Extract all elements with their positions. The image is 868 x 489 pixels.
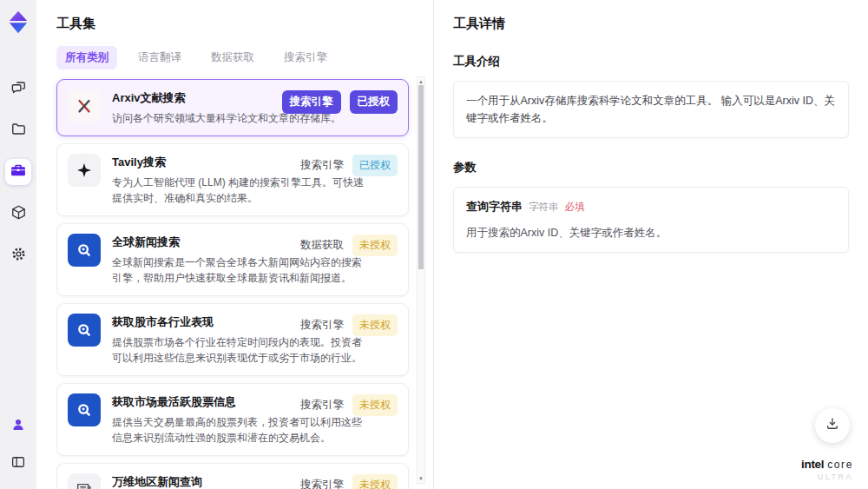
brand-ultra-text: ULTRA: [801, 472, 853, 481]
category-badge: 数据获取: [300, 238, 344, 253]
tab-3[interactable]: 搜索引擎: [275, 46, 336, 69]
brand-core-text: core: [827, 459, 853, 471]
download-button[interactable]: [815, 408, 850, 443]
tool-card[interactable]: Arxiv文献搜索 访问各个研究领域大量科学论文和文章的存储库。 搜索引擎 已授…: [56, 79, 409, 136]
tool-detail-pane: 工具详情 工具介绍 一个用于从Arxiv存储库搜索科学论文和文章的工具。 输入可…: [434, 0, 868, 489]
parameter-type: 字符串: [529, 199, 559, 215]
category-badge: 搜索引擎: [282, 90, 341, 114]
category-badge: 搜索引擎: [300, 318, 344, 333]
package-icon: [10, 204, 27, 224]
chat-icon: [10, 79, 27, 99]
nav-collapse[interactable]: [5, 451, 31, 477]
rail-bottom-items: [5, 413, 31, 477]
scroll-up-arrow[interactable]: ▲: [418, 78, 424, 85]
stock-sector-icon: [68, 314, 101, 347]
nav-user[interactable]: [5, 413, 31, 439]
regional-news-icon: [68, 473, 101, 489]
nav-chat[interactable]: [5, 76, 31, 102]
news-search-icon: [68, 234, 101, 267]
params-heading: 参数: [453, 160, 849, 175]
category-tabs: 所有类别语言翻译数据获取搜索引擎: [56, 46, 433, 69]
panel-toggle-icon: [10, 454, 26, 473]
tool-description: 专为人工智能代理 (LLM) 构建的搜索引擎工具。可快速提供实时、准确和真实的结…: [112, 175, 369, 206]
user-icon: [10, 417, 26, 436]
auth-status-badge: 未授权: [352, 394, 398, 416]
tool-card[interactable]: Tavily搜索 专为人工智能代理 (LLM) 构建的搜索引擎工具。可快速提供实…: [56, 143, 409, 216]
tool-list-pane: 工具集 所有类别语言翻译数据获取搜索引擎 Arxiv文献搜索 访问各个研究领域大…: [36, 0, 434, 489]
tool-card[interactable]: 获取市场最活跃股票信息 提供当天交易量最高的股票列表，投资者可以利用这些信息来识…: [56, 383, 409, 456]
rail-nav-items: [5, 76, 31, 268]
folder-icon: [10, 121, 27, 141]
intro-text: 一个用于从Arxiv存储库搜索科学论文和文章的工具。 输入可以是Arxiv ID…: [466, 95, 835, 124]
tool-card[interactable]: 获取股市各行业表现 提供股票市场各个行业在特定时间段内的表现。投资者可以利用这些…: [56, 303, 409, 376]
nav-files[interactable]: [5, 117, 31, 143]
tab-1[interactable]: 语言翻译: [129, 46, 190, 69]
nav-tools[interactable]: [5, 159, 31, 185]
active-stocks-icon: [68, 393, 101, 426]
auth-status-badge: 已授权: [352, 155, 398, 176]
tool-list: Arxiv文献搜索 访问各个研究领域大量科学论文和文章的存储库。 搜索引擎 已授…: [56, 79, 409, 489]
tavily-star-icon: [68, 154, 101, 187]
parameter-header: 查询字符串 字符串 必填: [466, 198, 836, 216]
intro-heading: 工具介绍: [453, 54, 849, 69]
auth-status-badge: 未授权: [352, 314, 398, 336]
tool-card[interactable]: 全球新闻搜索 全球新闻搜索是一个聚合全球各大新闻网站内容的搜索引擎，帮助用户快速…: [56, 223, 409, 296]
nav-models[interactable]: [5, 201, 31, 227]
detail-title: 工具详情: [453, 16, 849, 32]
download-icon: [825, 416, 840, 435]
category-badge: 搜索引擎: [300, 398, 344, 413]
arxiv-logo-icon: [68, 89, 101, 122]
app-logo-icon: [8, 10, 29, 37]
parameter-description: 用于搜索的Arxiv ID、关键字或作者姓名。: [466, 224, 836, 241]
parameter-required-badge: 必填: [565, 199, 585, 215]
nav-rail: [0, 0, 36, 489]
brand-intel-text: intel: [801, 458, 824, 471]
tool-description: 提供股票市场各个行业在特定时间段内的表现。投资者可以利用这些信息来识别表现优于或…: [112, 334, 369, 366]
toolbox-icon: [10, 162, 27, 182]
tool-card[interactable]: 万维地区新闻查询 查询具体行政区划内的新闻，快速了解各地新闻动态 搜索引擎 未授…: [56, 463, 409, 489]
settings-icon: [10, 246, 27, 266]
auth-status-badge: 未授权: [352, 474, 398, 489]
app-window: 工具集 所有类别语言翻译数据获取搜索引擎 Arxiv文献搜索 访问各个研究领域大…: [0, 0, 868, 489]
scrollbar-thumb[interactable]: [418, 85, 424, 269]
category-badge: 搜索引擎: [300, 158, 344, 173]
nav-settings[interactable]: [5, 242, 31, 268]
intro-box: 一个用于从Arxiv存储库搜索科学论文和文章的工具。 输入可以是Arxiv ID…: [453, 81, 849, 138]
parameter-box: 查询字符串 字符串 必填 用于搜索的Arxiv ID、关键字或作者姓名。: [453, 187, 849, 253]
category-badge: 搜索引擎: [300, 478, 344, 489]
tool-description: 全球新闻搜索是一个聚合全球各大新闻网站内容的搜索引擎，帮助用户快速获取全球最新资…: [112, 254, 369, 286]
scroll-down-arrow[interactable]: ▼: [418, 475, 424, 482]
scrollbar[interactable]: ▲ ▼: [417, 76, 425, 484]
intel-core-logo: intelcore ULTRA: [801, 458, 853, 481]
tab-0[interactable]: 所有类别: [56, 46, 117, 69]
page-title: 工具集: [56, 16, 433, 32]
parameter-name: 查询字符串: [466, 198, 523, 216]
tab-2[interactable]: 数据获取: [202, 46, 263, 69]
auth-status-badge: 已授权: [350, 90, 398, 114]
auth-status-badge: 未授权: [352, 235, 398, 256]
tool-description: 提供当天交易量最高的股票列表，投资者可以利用这些信息来识别流动性强的股票和潜在的…: [112, 414, 369, 446]
